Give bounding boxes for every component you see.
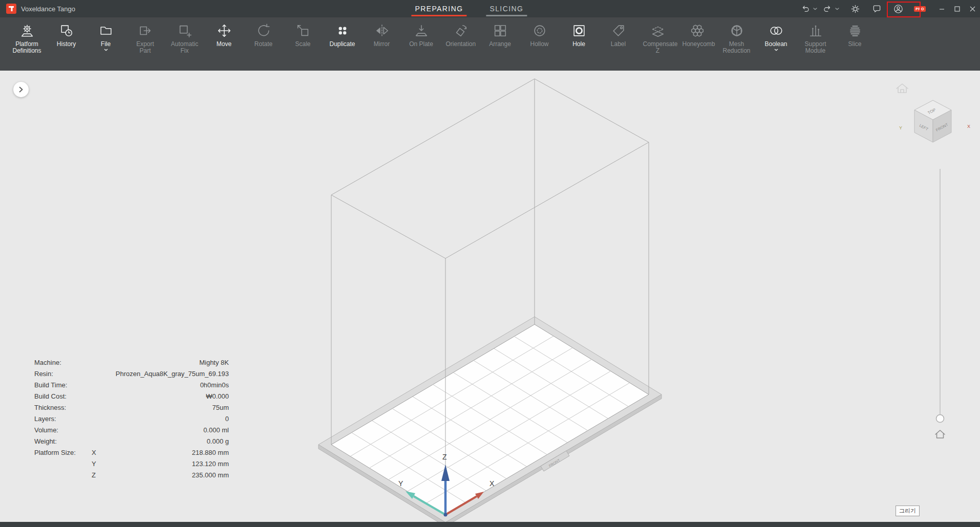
main-toolbar: Platform Definitions File History File E [0, 17, 980, 71]
tab-slicing[interactable]: SLICING [486, 0, 527, 17]
app-logo-icon [6, 4, 16, 14]
view-cube[interactable]: TOP LEFT FRONT Y X [899, 100, 970, 142]
z-axis-label: Z [442, 453, 447, 461]
info-row-thickness: Thickness: 75um [34, 402, 229, 413]
viewport-3d[interactable]: FRONT [0, 71, 980, 522]
toolbar-button-move[interactable]: Move [205, 23, 243, 48]
info-row-build-time: Build Time: 0h0min0s [34, 379, 229, 390]
toolbar-label: Duplicate [329, 41, 355, 48]
toolbar-button-duplicate[interactable]: Duplicate [324, 23, 361, 48]
info-row-volume: Volume: 0.000 ml [34, 424, 229, 435]
undo-icon[interactable] [799, 4, 812, 13]
tab-preparing-underline [411, 15, 466, 16]
view-cube-y-axis-label: Y [899, 125, 902, 130]
toolbar-label: Platform Definitions [12, 41, 42, 55]
arrange-icon [493, 23, 508, 38]
toolbar-button-platform-definitions[interactable]: Platform Definitions [8, 23, 46, 55]
move-icon [217, 23, 232, 38]
info-row-weight: Weight: 0.000 g [34, 435, 229, 447]
toolbar-label: On Plate [409, 41, 433, 48]
scale-icon [295, 23, 311, 38]
info-row-build-cost: Build Cost: ₩0.000 [34, 390, 229, 402]
hole-icon [571, 23, 587, 38]
boolean-icon [769, 23, 784, 38]
info-row-machine: Machine: Mighty 8K [34, 357, 229, 368]
pro-badge[interactable]: PRO [914, 6, 926, 12]
toolbar-label: Hole [572, 41, 585, 48]
toolbar-button-honeycomb: Honeycomb [678, 23, 716, 48]
tab-slicing-underline [486, 15, 527, 16]
toolbar-button-hole[interactable]: Hole [560, 23, 598, 48]
mesh-reduction-icon [729, 23, 744, 38]
toolbar-label: Slice [848, 41, 861, 48]
honeycomb-icon [690, 23, 705, 38]
info-row-platform-size-y: Y 123.120 mm [34, 458, 229, 469]
toolbar-label: Mesh Reduction [722, 41, 752, 55]
toolbar-label: Export Part [131, 41, 160, 55]
mode-tabs: PREPARING SLICING [411, 0, 527, 17]
info-row-layers: Layers: 0 [34, 413, 229, 424]
toolbar-button-rotate: Rotate [245, 23, 282, 48]
boolean-dropdown-caret-icon [774, 49, 778, 51]
toolbar-label: Arrange [489, 41, 511, 48]
settings-gear-icon[interactable] [848, 5, 862, 13]
build-platform: FRONT [318, 317, 662, 522]
toolbar-button-arrange: Arrange [481, 23, 519, 48]
feedback-comment-icon[interactable] [870, 5, 883, 13]
chevron-right-icon [18, 86, 24, 93]
toolbar-button-scale: Scale [284, 23, 322, 48]
maximize-button[interactable] [949, 0, 965, 17]
label-tag-icon [611, 23, 626, 38]
file-folder-icon [98, 23, 114, 38]
toolbar-label: Rotate [254, 41, 272, 48]
orientation-icon [453, 23, 468, 38]
duplicate-icon [335, 23, 350, 38]
app-title: Voxeldance Tango [21, 5, 75, 13]
status-bar [0, 522, 980, 527]
toolbar-button-slice: Slice [836, 23, 874, 48]
hollow-icon [532, 23, 547, 38]
toolbar-label: Scale [295, 41, 310, 48]
toolbar-button-export-part: Export Part [126, 23, 164, 55]
undo-dropdown-chevron-icon[interactable] [812, 8, 818, 10]
slice-icon [847, 23, 863, 38]
toolbar-button-automatic-fix: Automatic Fix [166, 23, 203, 55]
redo-dropdown-chevron-icon[interactable] [834, 8, 840, 10]
info-row-resin: Resin: Phrozen_Aqua8K_gray_75um_69.193 [34, 368, 229, 379]
tab-preparing[interactable]: PREPARING [411, 0, 466, 17]
toolbar-button-compensate-z: Compensate Z [639, 23, 676, 55]
title-bar: Voxeldance Tango PREPARING SLICING [0, 0, 980, 17]
on-plate-icon [414, 23, 429, 38]
toolbar-label: Label [611, 41, 626, 48]
toolbar-button-boolean[interactable]: Boolean [757, 23, 795, 51]
reset-view-home-icon[interactable] [935, 430, 945, 438]
toolbar-label: Mirror [374, 41, 390, 48]
minimize-button[interactable] [934, 0, 949, 17]
toolbar-button-hollow: Hollow [521, 23, 558, 48]
toolbar-button-file[interactable]: File [87, 23, 124, 51]
toolbar-button-on-plate: On Plate [402, 23, 440, 48]
toolbar-button-support-module: Support Module [797, 23, 834, 55]
home-view-icon[interactable] [897, 84, 908, 93]
zoom-slider-handle[interactable] [936, 415, 944, 423]
zoom-slider[interactable] [936, 169, 944, 423]
x-axis-label: X [489, 479, 495, 488]
tab-preparing-label: PREPARING [415, 5, 463, 13]
redo-icon[interactable] [821, 4, 834, 13]
toolbar-label: Boolean [764, 41, 787, 48]
toolbar-label: Orientation [446, 41, 476, 48]
toolbar-button-history[interactable]: File History [48, 23, 85, 48]
toolbar-label: Hollow [530, 41, 548, 48]
close-button[interactable] [965, 0, 980, 17]
tab-slicing-label: SLICING [489, 5, 523, 13]
account-user-icon[interactable] [891, 4, 905, 14]
toolbar-label: Honeycomb [683, 41, 712, 48]
automatic-fix-icon [177, 23, 193, 38]
toolbar-label: Automatic Fix [170, 41, 200, 55]
toolbar-button-mirror: Mirror [363, 23, 400, 48]
side-panel-expand-button[interactable] [13, 82, 29, 97]
toolbar-button-orientation: Orientation [442, 23, 479, 48]
mirror-icon [374, 23, 390, 38]
info-row-platform-size-x: Platform Size: X 218.880 mm [34, 447, 229, 458]
platform-definitions-icon [19, 23, 35, 38]
